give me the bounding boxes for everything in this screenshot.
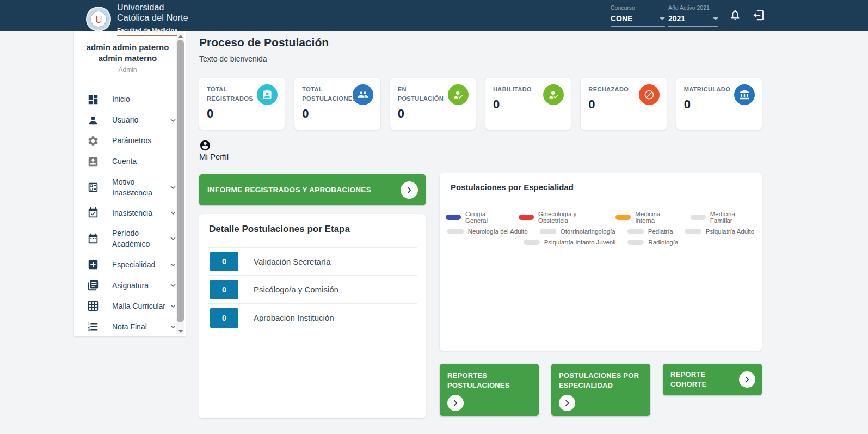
legend-item-psiquiatria-adulto[interactable]: Psiquiatría Adulto (685, 228, 755, 235)
grid-icon (87, 300, 99, 312)
legend-label: Otorrinolaringología (561, 228, 615, 235)
concurso-select[interactable]: CONE (611, 14, 665, 27)
chevron-right-icon (401, 181, 418, 199)
chevron-down-icon (660, 17, 665, 20)
legend-swatch (691, 215, 706, 220)
stat-cards-row: TOTAL REGISTRADOS 0 TOTAL POSTULACIONES … (199, 78, 762, 130)
chevron-down-icon (713, 17, 718, 20)
count-badge: 0 (210, 252, 238, 271)
stat-card-value: 0 (398, 107, 468, 121)
sidebar-item-cuenta[interactable]: Cuenta (74, 151, 186, 172)
legend-label: Ginecología y Obstetricia (538, 211, 604, 224)
application-process-dashboard: U Universidad Católica del Norte Faculta… (0, 0, 868, 434)
sidebar-item-parametros[interactable]: Parámetros (74, 131, 186, 151)
legend-item-radiologia[interactable]: Radiología (627, 239, 678, 246)
person-icon (87, 114, 99, 126)
page-title: Proceso de Postulación (199, 36, 329, 49)
sidebar-divider (74, 82, 186, 82)
legend-item-pediatria[interactable]: Pediatría (627, 228, 673, 235)
sidebar-item-inicio[interactable]: Inicio (74, 89, 186, 110)
legend-label: Pediatría (648, 228, 673, 235)
legend-item-psiquiatria-infanto-juvenil[interactable]: Psiquiatría Infanto Juvenil (524, 239, 616, 246)
sidebar-item-usuario[interactable]: Usuario (74, 110, 186, 131)
legend-item-medicina-interna[interactable]: Medicina Interna (615, 211, 679, 224)
account-circle-icon (199, 139, 229, 151)
detail-row-aprobacion-institucion: 0 Aprobación Institución (208, 304, 417, 332)
university-logo: U Universidad Católica del Norte Faculta… (86, 3, 188, 36)
chart-legend: Cirugía General Ginecología y Obstetrici… (440, 199, 762, 250)
mi-perfil-link[interactable]: Mi Perfil (199, 139, 229, 161)
sidebar-item-inasistencia[interactable]: Inasistencia (74, 203, 186, 223)
legend-label: Cirugía General (465, 211, 507, 224)
legend-swatch (627, 240, 644, 245)
legend-item-neurologia-del-adulto[interactable]: Neurología del Adulto (447, 228, 528, 235)
stat-card-value: 0 (207, 107, 277, 121)
legend-label: Psiquiatría Infanto Juvenil (544, 239, 616, 246)
stat-card-label: RECHAZADO (588, 85, 637, 94)
library-icon (87, 279, 99, 291)
stat-card-habilitado: HABILITADO 0 (485, 78, 571, 130)
detalle-postulaciones-card: Detalle Postulaciones por Etapa 0 Valida… (199, 214, 426, 418)
sidebar-item-especialidad[interactable]: Especialidad (74, 254, 186, 275)
bank-icon (734, 84, 755, 105)
legend-swatch (446, 215, 461, 220)
year-select[interactable]: 2021 (668, 14, 718, 27)
scrollbar-thumb[interactable] (177, 40, 184, 322)
stat-card-total-postulaciones: TOTAL POSTULACIONES 0 (294, 78, 380, 130)
sidebar-item-asignatura[interactable]: Asignatura (74, 275, 186, 296)
stat-card-total-registrados: TOTAL REGISTRADOS 0 (199, 78, 285, 130)
chevron-right-icon (739, 371, 755, 388)
chevron-right-icon (559, 395, 575, 411)
dashboard-icon (87, 94, 99, 106)
person-check-icon (448, 84, 469, 105)
postulaciones-por-especialidad-button[interactable]: POSTULACIONES POR ESPECIALIDAD (551, 364, 650, 416)
university-name: Universidad Católica del Norte Facultad … (117, 3, 188, 36)
sidebar-item-motivo-inasistencia[interactable]: Motivo Inasistencia (74, 172, 186, 203)
numbered-list-icon (87, 321, 99, 333)
reportes-postulaciones-button[interactable]: REPORTES POSTULACIONES (440, 364, 539, 416)
badge-icon (257, 84, 278, 105)
top-header-bar: U Universidad Católica del Norte Faculta… (0, 0, 868, 31)
sidebar-item-malla-curricular[interactable]: Malla Curricular (74, 296, 186, 316)
stat-card-value: 0 (302, 107, 372, 121)
sidebar-scrollbar (176, 33, 184, 334)
year-select-group: Año Activo 2021 2021 (668, 4, 718, 27)
calendar-check-icon (87, 207, 99, 219)
reporte-cohorte-button[interactable]: REPORTE COHORTE (663, 364, 762, 395)
stat-card-matriculado: MATRICULADO 0 (676, 78, 762, 130)
legend-item-medicina-familiar[interactable]: Medicina Familiar (691, 211, 756, 224)
stat-card-en-postulacion: EN POSTULACIÓN 0 (390, 78, 476, 130)
stat-card-rechazado: RECHAZADO 0 (581, 78, 666, 130)
logout-icon[interactable] (752, 8, 766, 22)
sidebar: admin admin paterno admin materno Admin … (74, 31, 186, 336)
university-seal-icon: U (86, 7, 111, 32)
block-icon (639, 84, 660, 105)
stat-card-label: MATRICULADO (684, 85, 732, 94)
legend-swatch (519, 215, 534, 220)
legend-row: Psiquiatría Infanto Juvenil Radiología (440, 239, 762, 250)
legend-label: Medicina Interna (635, 211, 678, 224)
legend-label: Neurología del Adulto (468, 228, 528, 235)
postulaciones-especialidad-card: Postulaciones por Especialidad Cirugía G… (440, 173, 762, 351)
scroll-down-arrow-icon[interactable] (176, 328, 184, 334)
sidebar-item-periodo-academico[interactable]: Período Académico (74, 223, 186, 254)
legend-label: Medicina Familiar (710, 211, 756, 224)
legend-swatch (685, 229, 701, 234)
legend-item-ginecologia-y-obstetricia[interactable]: Ginecología y Obstetricia (519, 211, 604, 224)
legend-row: Neurología del Adulto Otorrinolaringolog… (440, 228, 762, 239)
plus-box-icon (87, 259, 99, 271)
legend-swatch (447, 229, 464, 234)
legend-item-cirugia-general[interactable]: Cirugía General (446, 211, 507, 224)
sidebar-menu: Inicio Usuario Parámetros Cuenta Motivo … (74, 89, 186, 337)
legend-swatch (524, 240, 540, 245)
legend-swatch (615, 215, 631, 220)
gear-icon (87, 135, 99, 147)
sidebar-item-nota-final[interactable]: Nota Final (74, 316, 186, 337)
notifications-bell-icon[interactable] (729, 9, 741, 21)
legend-item-otorrinolaringologia[interactable]: Otorrinolaringología (540, 228, 615, 235)
informe-registrados-button[interactable]: INFORME REGISTRADOS Y APROBACIONES (199, 174, 426, 205)
calendar-icon (87, 233, 99, 244)
page-subtitle: Texto de bienvenida (199, 54, 267, 63)
stat-card-label: TOTAL REGISTRADOS (207, 85, 255, 103)
detail-row-label: Psicólogo/a y Comisión (254, 285, 338, 294)
